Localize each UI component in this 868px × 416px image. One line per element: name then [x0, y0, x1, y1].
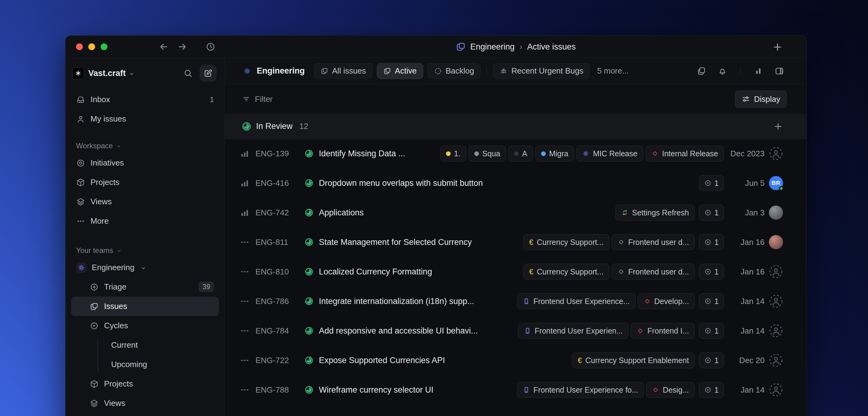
- status-in-review-icon[interactable]: [305, 149, 313, 158]
- sidebar-item-current-cycle[interactable]: Current: [71, 335, 219, 355]
- priority-icon[interactable]: [240, 266, 250, 277]
- assignee-avatar-unassigned[interactable]: [769, 353, 783, 367]
- assignee-avatar-unassigned[interactable]: [769, 324, 783, 338]
- issue-label[interactable]: Frontend User Experience fo...: [517, 382, 644, 398]
- sidebar-toggle-icon[interactable]: [774, 66, 784, 76]
- issue-row[interactable]: ENG-416 Dropdown menu overlaps with subm…: [225, 168, 806, 198]
- assignee-avatar-unassigned[interactable]: [769, 294, 783, 308]
- priority-icon[interactable]: [240, 148, 250, 159]
- issue-row[interactable]: ENG-788 Wireframe currency selector UI F…: [225, 375, 806, 405]
- issue-title[interactable]: State Management for Selected Currency: [319, 237, 472, 247]
- issue-label[interactable]: Frontend user d...: [612, 264, 695, 280]
- issue-row[interactable]: ENG-742 Applications Settings Refresh 1 …: [225, 198, 806, 227]
- issue-label[interactable]: Migra: [535, 146, 575, 162]
- sidebar-item-projects[interactable]: Projects: [71, 172, 219, 192]
- issue-label[interactable]: Internal Release: [646, 146, 724, 162]
- nav-forward-button[interactable]: [177, 41, 187, 52]
- breadcrumb-view[interactable]: Active issues: [527, 42, 576, 52]
- issue-row[interactable]: ENG-784 Add responsive and accessible UI…: [225, 316, 806, 346]
- issue-row[interactable]: ENG-786 Integrate internationalization (…: [225, 286, 806, 316]
- issue-label[interactable]: €Currency Support...: [523, 234, 610, 250]
- sidebar-item-cycles[interactable]: Cycles: [71, 316, 219, 335]
- sidebar-item-issues[interactable]: Issues: [71, 297, 219, 316]
- minimize-window-button[interactable]: [88, 43, 95, 50]
- tab-active[interactable]: Active: [377, 63, 423, 79]
- priority-icon[interactable]: [240, 385, 250, 395]
- tab-backlog[interactable]: Backlog: [428, 63, 481, 79]
- breadcrumb-team[interactable]: Engineering: [470, 42, 515, 52]
- sidebar-item-triage[interactable]: Triage 39: [71, 277, 219, 297]
- issue-title[interactable]: Expose Supported Currencies API: [319, 356, 445, 365]
- display-button[interactable]: Display: [735, 91, 787, 108]
- issue-label[interactable]: Frontend I...: [631, 323, 695, 339]
- issue-row[interactable]: ENG-811 State Management for Selected Cu…: [225, 227, 806, 257]
- issue-row[interactable]: ENG-139 Identify Missing Data ... 1.Squa…: [225, 139, 806, 168]
- sidebar-item-more[interactable]: More: [71, 212, 219, 231]
- sidebar-item-inbox[interactable]: Inbox 1: [71, 90, 219, 109]
- search-icon[interactable]: [183, 68, 193, 78]
- assignee-avatar[interactable]: BR: [769, 176, 783, 190]
- sidebar-item-team-views[interactable]: Views: [71, 393, 219, 413]
- status-in-review-icon[interactable]: [305, 326, 313, 335]
- history-icon[interactable]: [205, 41, 216, 52]
- assignee-avatar-unassigned[interactable]: [769, 383, 783, 397]
- priority-icon[interactable]: [240, 237, 250, 247]
- issue-label[interactable]: Desig...: [646, 382, 695, 398]
- new-tab-button[interactable]: [772, 41, 783, 53]
- tab-recent-urgent-bugs[interactable]: Recent Urgent Bugs: [493, 63, 590, 79]
- sidebar-item-initiatives[interactable]: Initiatives: [71, 153, 219, 172]
- issue-label[interactable]: Settings Refresh: [615, 204, 695, 221]
- status-in-review-icon[interactable]: [305, 297, 313, 306]
- issue-label[interactable]: €Currency Support...: [523, 264, 610, 280]
- teams-section-header[interactable]: Your teams: [76, 243, 214, 258]
- add-issue-to-group-button[interactable]: [773, 122, 783, 131]
- issue-title[interactable]: Localized Currency Formatting: [319, 267, 432, 277]
- filter-button[interactable]: Filter: [242, 94, 273, 104]
- issue-title[interactable]: Integrate internationalization (i18n) su…: [319, 297, 474, 306]
- status-in-review-icon[interactable]: [305, 238, 313, 247]
- issue-row[interactable]: ENG-722 Expose Supported Currencies API …: [225, 346, 806, 375]
- issue-label[interactable]: Frontend User Experience...: [517, 293, 636, 309]
- priority-icon[interactable]: [240, 296, 250, 307]
- status-in-review-icon[interactable]: [305, 356, 313, 364]
- issue-label[interactable]: MIC Release: [576, 146, 643, 162]
- group-header-in-review[interactable]: In Review 12: [225, 114, 806, 139]
- issue-label[interactable]: 1.: [440, 146, 466, 162]
- workspace-switcher[interactable]: Vast.craft: [66, 58, 224, 89]
- assignee-avatar[interactable]: [769, 235, 783, 249]
- assignee-avatar-unassigned[interactable]: [769, 147, 783, 161]
- issue-label[interactable]: Develop...: [638, 293, 695, 309]
- issue-label[interactable]: Frontend User Experien...: [518, 323, 628, 339]
- stack-icon[interactable]: [696, 66, 706, 76]
- tab-all-issues[interactable]: All issues: [314, 63, 372, 79]
- team-chip[interactable]: Engineering: [242, 66, 305, 76]
- priority-icon[interactable]: [240, 207, 250, 218]
- sidebar-item-upcoming-cycle[interactable]: Upcoming: [71, 355, 219, 374]
- issue-title[interactable]: Applications: [319, 208, 364, 218]
- assignee-avatar[interactable]: [769, 205, 783, 220]
- zoom-window-button[interactable]: [101, 43, 107, 50]
- issue-title[interactable]: Wireframe currency selector UI: [319, 385, 433, 395]
- issue-label[interactable]: Squa: [468, 146, 506, 162]
- sidebar-team-engineering[interactable]: Engineering: [71, 258, 219, 277]
- issue-label[interactable]: A: [508, 146, 533, 162]
- issue-label[interactable]: Frontend user d...: [612, 234, 695, 250]
- workspace-name[interactable]: Vast.craft: [88, 69, 126, 78]
- insights-icon[interactable]: [753, 66, 763, 76]
- status-in-review-icon[interactable]: [305, 179, 313, 187]
- workspace-section-header[interactable]: Workspace: [76, 138, 214, 153]
- new-issue-button[interactable]: [200, 65, 216, 82]
- issue-title[interactable]: Identify Missing Data ...: [319, 149, 405, 158]
- status-in-review-icon[interactable]: [305, 208, 313, 217]
- priority-icon[interactable]: [240, 355, 250, 365]
- assignee-avatar-unassigned[interactable]: [769, 265, 783, 279]
- sidebar-item-views[interactable]: Views: [71, 192, 219, 212]
- priority-icon[interactable]: [240, 325, 250, 336]
- nav-back-button[interactable]: [158, 41, 169, 52]
- more-tabs-link[interactable]: 5 more...: [597, 66, 629, 76]
- sidebar-item-team-projects[interactable]: Projects: [71, 374, 219, 393]
- close-window-button[interactable]: [76, 43, 83, 50]
- status-in-review-icon[interactable]: [305, 267, 313, 276]
- issue-title[interactable]: Dropdown menu overlaps with submit butto…: [319, 179, 483, 188]
- issue-label[interactable]: €Currency Support Enablement: [572, 352, 695, 368]
